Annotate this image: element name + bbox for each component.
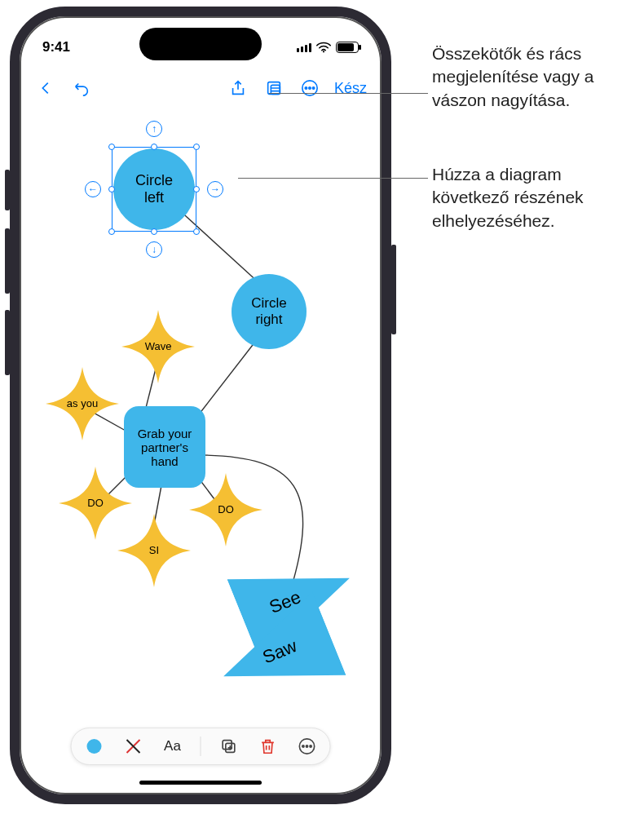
fill-color-button[interactable] [83, 735, 106, 758]
shape-label: DO [87, 498, 104, 509]
wifi-icon [316, 42, 331, 53]
status-icons [297, 42, 359, 53]
back-button[interactable] [31, 73, 60, 103]
svg-point-22 [306, 745, 307, 747]
more-options-button[interactable] [296, 735, 319, 758]
canvas-options-button[interactable] [259, 73, 289, 103]
diagram-canvas[interactable]: Circle left ↑ ↓ ← → Circle right Wave as… [20, 106, 382, 729]
shape-label: Grab your partner's hand [130, 427, 199, 468]
shape-circle-right[interactable]: Circle right [232, 274, 307, 349]
svg-point-23 [310, 745, 311, 747]
toolbar-separator [201, 737, 201, 756]
cellular-icon [297, 42, 311, 52]
side-button [5, 228, 10, 294]
connector-handle-bottom[interactable]: ↓ [146, 241, 162, 258]
duplicate-button[interactable] [218, 735, 240, 758]
bottom-toolbar: Aa [71, 728, 331, 765]
text-tool-button[interactable]: Aa [161, 735, 184, 758]
shape-rounded-square[interactable]: Grab your partner's hand [124, 406, 205, 488]
svg-point-21 [302, 745, 304, 747]
callout-leader [269, 93, 428, 94]
connector-handle-right[interactable]: → [207, 181, 223, 197]
undo-button[interactable] [67, 73, 96, 103]
share-button[interactable] [223, 73, 253, 103]
callout-drag-handle: Húzza a diagram következő részének elhel… [432, 163, 637, 232]
top-toolbar: Kész [20, 70, 382, 106]
shape-star-si[interactable]: SI [117, 514, 191, 587]
more-button[interactable] [295, 73, 324, 103]
battery-icon [336, 42, 359, 53]
delete-button[interactable] [257, 735, 280, 758]
svg-point-6 [312, 87, 314, 89]
home-indicator [139, 781, 262, 785]
svg-point-0 [323, 51, 324, 52]
svg-line-8 [199, 334, 261, 414]
shape-label: Circle right [242, 295, 296, 328]
shape-label: SI [149, 545, 159, 556]
connector-handle-top[interactable]: ↑ [146, 121, 162, 137]
shape-label: as you [67, 398, 98, 409]
svg-point-5 [309, 87, 311, 89]
side-button [5, 310, 10, 375]
shape-label: Wave [145, 341, 172, 352]
selection-box [112, 147, 196, 232]
callout-canvas-options: Összekötők és rács megjelenítése vagy a … [432, 42, 637, 112]
shape-star-as-you[interactable]: as you [46, 367, 119, 440]
side-button [391, 245, 396, 334]
status-bar: 9:41 [20, 31, 382, 64]
phone-frame: 9:41 Kész [10, 7, 391, 804]
connector-handle-left[interactable]: ← [85, 181, 101, 197]
stroke-style-button[interactable] [122, 735, 145, 758]
status-time: 9:41 [42, 39, 70, 55]
shape-star-wave[interactable]: Wave [121, 310, 195, 383]
svg-point-4 [305, 87, 307, 89]
shape-label: DO [218, 504, 234, 515]
callout-leader [238, 178, 428, 179]
done-button[interactable]: Kész [331, 80, 370, 97]
side-button [5, 170, 10, 210]
